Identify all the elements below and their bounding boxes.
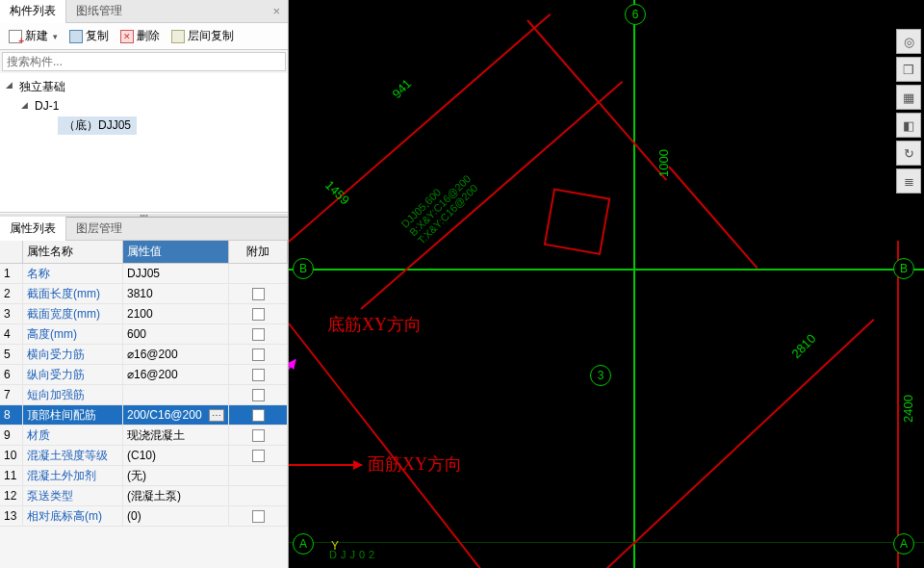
checkbox[interactable] (252, 389, 265, 401)
property-row[interactable]: 6纵向受力筋⌀16@200 (0, 365, 288, 385)
copy-icon (69, 30, 83, 43)
new-button[interactable]: 新建 ▾ (4, 26, 63, 46)
tab-components[interactable]: 构件列表 (0, 0, 66, 23)
property-row[interactable]: 11混凝土外加剂(无) (0, 466, 288, 486)
row-value[interactable]: ⌀16@200 (123, 365, 229, 384)
checkbox[interactable] (252, 450, 265, 462)
cube-3d-icon[interactable]: ❒ (896, 57, 921, 82)
gridline-a (289, 542, 924, 543)
checkbox[interactable] (252, 288, 265, 300)
dim-1459: 1459 (322, 177, 352, 207)
delete-button[interactable]: 删除 (116, 26, 165, 46)
row-extra[interactable] (229, 466, 288, 485)
row-value[interactable]: 现浇混凝土 (123, 426, 229, 445)
row-extra[interactable] (229, 405, 288, 425)
row-extra[interactable] (229, 385, 288, 404)
property-row[interactable]: 5横向受力筋⌀16@200 (0, 345, 288, 365)
row-extra[interactable] (229, 345, 288, 364)
row-extra[interactable] (229, 446, 288, 465)
cube-icon[interactable]: ▦ (896, 85, 921, 110)
checkbox[interactable] (252, 308, 265, 321)
origin-y: Y (331, 539, 339, 553)
copy-button[interactable]: 复制 (64, 26, 114, 46)
layers-icon[interactable]: ≣ (896, 168, 921, 194)
close-icon[interactable]: × (265, 2, 288, 20)
rotate-icon[interactable]: ↻ (896, 141, 921, 166)
row-extra[interactable] (229, 506, 288, 526)
grid-bubble-b-left: B (293, 258, 314, 279)
row-extra[interactable] (229, 284, 288, 303)
property-row[interactable]: 9材质现浇混凝土 (0, 426, 288, 446)
checkbox[interactable] (252, 429, 265, 442)
foundation-edge (526, 19, 667, 180)
row-value[interactable]: (无) (123, 466, 229, 485)
row-extra[interactable] (229, 324, 288, 344)
orbit-icon[interactable]: ◎ (896, 29, 921, 54)
row-value[interactable]: 200/C16@200⋯ (123, 405, 229, 425)
tab-drawings[interactable]: 图纸管理 (66, 0, 132, 23)
tree-root[interactable]: ◢ 独立基础 (2, 77, 286, 97)
column-outline (544, 188, 611, 255)
collapse-icon[interactable]: ◢ (6, 80, 15, 90)
property-row[interactable]: 10混凝土强度等级(C10) (0, 446, 288, 466)
row-value[interactable]: 3810 (123, 284, 229, 303)
property-row[interactable]: 8顶部柱间配筋200/C16@200⋯ (0, 405, 288, 426)
checkbox[interactable] (252, 510, 265, 523)
row-value[interactable]: 2100 (123, 304, 229, 323)
col-value-header[interactable]: 属性值 (123, 241, 229, 263)
gridline-b (289, 269, 924, 271)
checkbox[interactable] (252, 409, 265, 422)
row-value[interactable]: 600 (123, 324, 229, 344)
row-extra[interactable] (229, 304, 288, 323)
floor-copy-icon (171, 30, 185, 43)
row-index: 12 (0, 486, 23, 505)
property-row[interactable]: 1名称DJJ05 (0, 264, 288, 284)
new-icon (9, 30, 22, 43)
row-value[interactable]: ⌀16@200 (123, 345, 229, 364)
gridline-6 (633, 0, 635, 568)
row-index: 10 (0, 446, 23, 465)
checkbox[interactable] (252, 369, 265, 381)
search-input[interactable] (2, 52, 286, 71)
row-extra[interactable] (229, 486, 288, 505)
row-name: 截面长度(mm) (23, 284, 123, 303)
floor-copy-button[interactable]: 层间复制 (167, 26, 239, 46)
tree-child[interactable]: ◢ DJ-1 (2, 97, 286, 115)
row-extra[interactable] (229, 365, 288, 384)
property-row[interactable]: 3截面宽度(mm)2100 (0, 304, 288, 324)
property-row[interactable]: 7短向加强筋 (0, 385, 288, 405)
row-value[interactable]: DJJ05 (123, 264, 229, 283)
grid-bubble-b-right: B (893, 258, 914, 279)
drawing-viewport[interactable]: 6 B B 3 A A 941 1459 1000 2810 2400 DJJ0… (289, 0, 924, 568)
foundation-edge (289, 323, 551, 568)
tab-properties[interactable]: 属性列表 (0, 217, 66, 241)
property-row[interactable]: 13相对底标高(m)(0) (0, 506, 288, 527)
component-tree[interactable]: ◢ 独立基础 ◢ DJ-1 （底）DJJ05 (0, 73, 288, 213)
property-row[interactable]: 2截面长度(mm)3810 (0, 284, 288, 304)
row-extra[interactable] (229, 426, 288, 445)
row-index: 5 (0, 345, 23, 364)
row-value[interactable]: (0) (123, 506, 229, 526)
property-row[interactable]: 12泵送类型(混凝土泵) (0, 486, 288, 506)
cube-back-icon[interactable]: ◧ (896, 113, 921, 138)
dim-2400: 2400 (901, 395, 915, 423)
components-panel-header: 构件列表 图纸管理 × (0, 0, 288, 23)
tab-layers[interactable]: 图层管理 (66, 217, 132, 241)
tree-leaf[interactable]: （底）DJJ05 (2, 115, 286, 137)
property-body[interactable]: 1名称DJJ052截面长度(mm)38103截面宽度(mm)21004高度(mm… (0, 264, 288, 568)
row-name: 相对底标高(m) (23, 506, 123, 526)
row-value[interactable]: (C10) (123, 446, 229, 465)
floor-copy-label: 层间复制 (188, 28, 234, 44)
row-extra[interactable] (229, 264, 288, 283)
row-value[interactable]: (混凝土泵) (123, 486, 229, 505)
row-name: 短向加强筋 (23, 385, 123, 404)
row-value[interactable] (123, 385, 229, 404)
checkbox[interactable] (252, 349, 265, 361)
row-name: 横向受力筋 (23, 345, 123, 364)
property-row[interactable]: 4高度(mm)600 (0, 324, 288, 345)
checkbox[interactable] (252, 328, 265, 341)
collapse-icon[interactable]: ◢ (21, 100, 31, 110)
foundation-label: DJJ05,600 B:X&Y:C16@200 T:X&Y:C16@200 (399, 165, 481, 246)
ellipsis-button[interactable]: ⋯ (209, 409, 224, 422)
property-table: 属性名称 属性值 附加 1名称DJJ052截面长度(mm)38103截面宽度(m… (0, 241, 288, 568)
